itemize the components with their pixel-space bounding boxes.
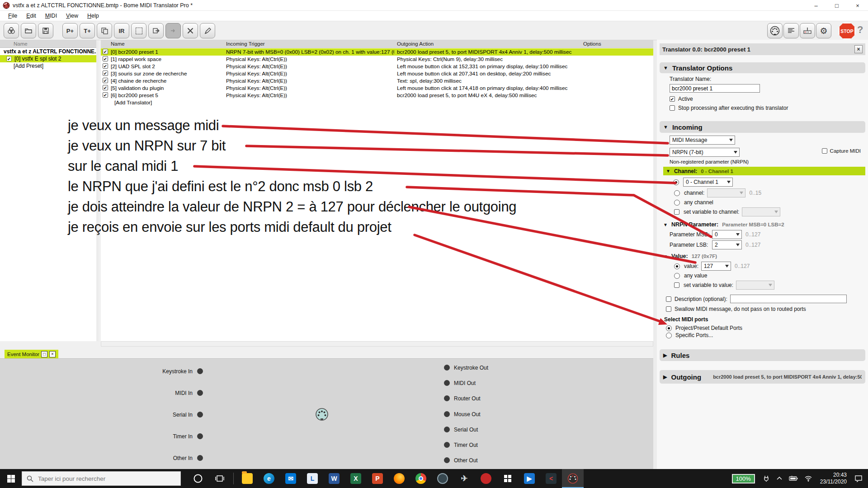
- taskbar-search[interactable]: [22, 471, 181, 486]
- menu-midi[interactable]: MIDI: [41, 12, 61, 20]
- event-monitor-titlebar[interactable]: Event Monitor □ ×: [5, 350, 58, 358]
- inspector-close-button[interactable]: ×: [854, 45, 863, 53]
- app-grid-icon[interactable]: [497, 469, 519, 488]
- incoming-type-select[interactable]: MIDI Message: [670, 136, 735, 145]
- open-button[interactable]: [21, 23, 36, 38]
- table-row[interactable]: ✔ [2] UAD SPL slot 2 Physical Keys: Alt(…: [101, 63, 653, 70]
- incoming-subtype-select[interactable]: NRPN (7-bit): [670, 148, 740, 157]
- selection-button[interactable]: [131, 23, 146, 38]
- help-button[interactable]: ?: [857, 24, 863, 36]
- maximize-button[interactable]: □: [826, 0, 847, 11]
- cortana-button[interactable]: [187, 469, 209, 488]
- row-checkbox[interactable]: ✔: [103, 85, 108, 90]
- chrome-icon[interactable]: [410, 469, 432, 488]
- any-value-radio[interactable]: [674, 273, 680, 279]
- value-group-header[interactable]: ▼ Value: 127 (0x7F): [663, 253, 863, 259]
- preset-column-header[interactable]: Name: [0, 40, 96, 48]
- col-name[interactable]: Name: [111, 41, 125, 47]
- description-checkbox[interactable]: [666, 296, 671, 302]
- menu-view[interactable]: View: [61, 12, 83, 20]
- edit-button[interactable]: [200, 23, 215, 38]
- red-app-icon[interactable]: [475, 469, 497, 488]
- camera-app-icon[interactable]: [432, 469, 453, 488]
- panic-stop-button[interactable]: STOP: [839, 23, 855, 39]
- horizontal-scrollbar[interactable]: [101, 341, 653, 347]
- description-input[interactable]: [730, 295, 847, 303]
- translator-options-header[interactable]: ▼ Translator Options: [660, 62, 865, 73]
- channel-variable-radio[interactable]: [674, 190, 680, 196]
- file-explorer-icon[interactable]: [236, 469, 258, 488]
- add-translator-row[interactable]: [Add Translator]: [101, 99, 653, 106]
- start-button[interactable]: [0, 469, 22, 488]
- table-row[interactable]: ✔ [6] bcr2000 preset 5 Physical Keys: Al…: [101, 92, 653, 99]
- event-monitor-maximize-button[interactable]: □: [41, 351, 47, 357]
- row-checkbox[interactable]: ✔: [103, 63, 108, 69]
- col-incoming[interactable]: Incoming Trigger: [226, 41, 265, 47]
- delete-button[interactable]: [183, 23, 198, 38]
- export-button[interactable]: [148, 23, 164, 38]
- set-variable-channel-checkbox[interactable]: [674, 209, 679, 215]
- app-l-icon[interactable]: L: [302, 469, 323, 488]
- menu-help[interactable]: Help: [83, 12, 104, 20]
- firefox-icon[interactable]: [388, 469, 410, 488]
- project-button[interactable]: [4, 23, 19, 38]
- close-button[interactable]: ×: [847, 0, 868, 11]
- table-row[interactable]: ✔ [3] souris sur zone de recherche Physi…: [101, 70, 653, 77]
- add-translator-button[interactable]: T+: [80, 23, 95, 38]
- outgoing-header[interactable]: ▶ Outgoing bcr2000 load preset 5, to por…: [660, 370, 865, 384]
- add-preset-item[interactable]: [Add Preset]: [0, 62, 96, 70]
- stop-processing-checkbox[interactable]: [670, 105, 675, 111]
- parameter-lsb-select[interactable]: 2: [712, 240, 742, 249]
- plug-icon[interactable]: [763, 475, 770, 482]
- menu-file[interactable]: File: [4, 12, 22, 20]
- row-checkbox[interactable]: ✔: [103, 56, 108, 61]
- preset-checkbox[interactable]: ✔: [6, 56, 12, 61]
- table-row[interactable]: ✔ [5] validation du plugin Physical Keys…: [101, 84, 653, 92]
- row-checkbox[interactable]: ✔: [103, 49, 108, 54]
- tray-chevron-icon[interactable]: [776, 476, 783, 481]
- bome-midi-translator-taskbar-icon[interactable]: [562, 469, 584, 488]
- specific-ports-radio[interactable]: [666, 333, 672, 338]
- table-row[interactable]: ✔ [4] chaine de recherche Physical Keys:…: [101, 77, 653, 84]
- value-fixed-radio[interactable]: [674, 263, 680, 269]
- translator-name-input[interactable]: [670, 84, 760, 93]
- midi-router-button[interactable]: [800, 23, 815, 38]
- task-view-button[interactable]: [209, 469, 231, 488]
- channel-group-header[interactable]: ▼ Channel: 0 - Channel 1: [663, 167, 865, 175]
- row-checkbox[interactable]: ✔: [103, 70, 108, 76]
- table-row[interactable]: ✔ [1] rappel work space Physical Keys: A…: [101, 56, 653, 63]
- add-preset-button[interactable]: P+: [62, 23, 78, 38]
- settings-button[interactable]: ⚙: [816, 23, 831, 38]
- save-button[interactable]: [38, 23, 53, 38]
- minimize-button[interactable]: –: [806, 0, 826, 11]
- red-app2-icon[interactable]: <: [540, 469, 562, 488]
- battery-icon[interactable]: [789, 476, 798, 481]
- wifi-icon[interactable]: [804, 475, 812, 482]
- any-channel-radio[interactable]: [674, 200, 680, 206]
- col-options[interactable]: Options: [583, 41, 601, 47]
- taskbar-clock[interactable]: 20:43 23/11/2020: [820, 472, 847, 485]
- preset-node-selected[interactable]: ✔ [0] vstfx E spl slot 2: [0, 55, 96, 62]
- channel-select[interactable]: 0 - Channel 1: [683, 178, 733, 187]
- log-window-button[interactable]: [783, 23, 799, 38]
- rules-header[interactable]: ▶ Rules: [660, 349, 865, 361]
- event-monitor-close-button[interactable]: ×: [49, 351, 56, 357]
- excel-icon[interactable]: X: [345, 469, 367, 488]
- parameter-msb-select[interactable]: 0: [712, 230, 742, 239]
- powerpoint-icon[interactable]: P: [367, 469, 388, 488]
- col-outgoing[interactable]: Outgoing Action: [397, 41, 434, 47]
- duplicate-button[interactable]: [97, 23, 112, 38]
- row-checkbox[interactable]: ✔: [103, 78, 108, 83]
- nrpn-parameter-header[interactable]: ▼ NRPN Parameter: Parameter MSB=0 LSB=2: [663, 221, 863, 228]
- edge-icon[interactable]: e: [258, 469, 280, 488]
- project-node[interactable]: vstfx a et z ALTCTRL FONCTIONNE....: [0, 48, 96, 55]
- word-icon[interactable]: W: [323, 469, 345, 488]
- vertical-scrollbar[interactable]: [653, 40, 657, 469]
- default-ports-radio[interactable]: [666, 325, 672, 331]
- init-rules-button[interactable]: IR: [114, 23, 129, 38]
- incoming-header[interactable]: ▼ Incoming: [660, 121, 865, 133]
- mail-icon[interactable]: ✉: [280, 469, 302, 488]
- search-input[interactable]: [37, 475, 168, 483]
- swallow-checkbox[interactable]: [666, 306, 671, 312]
- menu-edit[interactable]: Edit: [22, 12, 41, 20]
